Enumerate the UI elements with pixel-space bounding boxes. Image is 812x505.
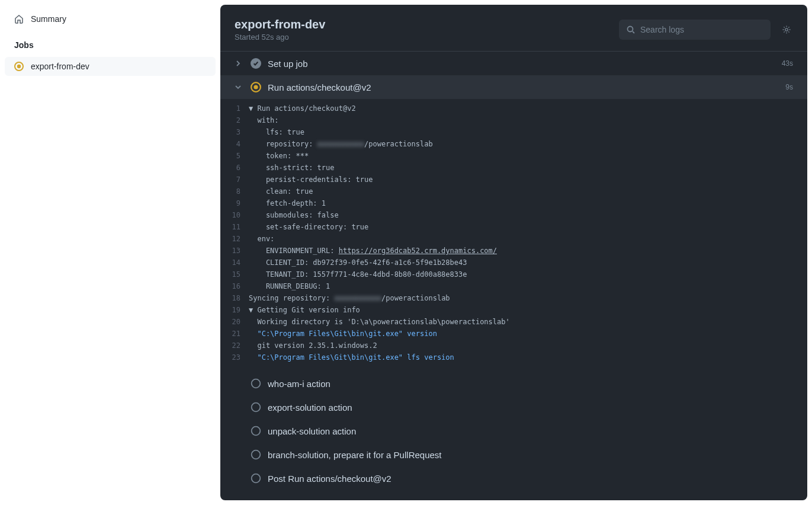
log-line: 12 env:: [220, 233, 807, 245]
svg-point-7: [252, 379, 261, 388]
log-line: 9 fetch-depth: 1: [220, 197, 807, 209]
main-panel: export-from-dev Started 52s ago Set up j…: [220, 5, 807, 500]
step-row[interactable]: Post Run actions/checkout@v2: [220, 466, 807, 490]
log-line: 11 set-safe-directory: true: [220, 221, 807, 233]
log-link[interactable]: https://org36dcab52.crm.dynamics.com/: [339, 247, 497, 255]
log-line: 20 Working directory is 'D:\a\poweractio…: [220, 316, 807, 328]
step-row[interactable]: Run actions/checkout@v29s: [220, 75, 807, 99]
svg-point-10: [252, 450, 261, 459]
status-icon: [250, 57, 262, 69]
main-header: export-from-dev Started 52s ago: [220, 5, 807, 52]
svg-point-9: [252, 427, 261, 436]
status-icon: [250, 401, 262, 413]
step-label: branch-solution, prepare it for a PullRe…: [268, 450, 787, 460]
step-label: Set up job: [268, 59, 776, 69]
sidebar: Summary Jobs export-from-dev: [0, 0, 220, 505]
steps-list: Set up job43sRun actions/checkout@v29s1▼…: [220, 52, 807, 500]
svg-point-8: [252, 403, 261, 412]
step-timing: 9s: [785, 83, 793, 91]
page-title: export-from-dev: [235, 18, 619, 31]
chevron-icon: [235, 84, 244, 91]
svg-point-2: [628, 27, 633, 32]
chevron-icon: [235, 60, 244, 67]
step-label: unpack-solution action: [268, 426, 787, 436]
running-icon: [14, 62, 24, 71]
sidebar-job-item[interactable]: export-from-dev: [5, 57, 216, 76]
gear-icon: [782, 25, 791, 34]
step-row[interactable]: unpack-solution action: [220, 419, 807, 443]
log-line: 19▼ Getting Git version info: [220, 304, 807, 316]
log-output: 1▼ Run actions/checkout@v22 with:3 lfs: …: [220, 99, 807, 372]
status-icon: [250, 472, 262, 484]
svg-point-6: [253, 85, 258, 89]
sidebar-summary-link[interactable]: Summary: [5, 9, 216, 28]
step-label: export-solution action: [268, 402, 787, 413]
status-icon: [250, 449, 262, 461]
status-icon: [250, 378, 262, 389]
log-line: 13 ENVIRONMENT_URL: https://org36dcab52.…: [220, 245, 807, 257]
log-line: 10 submodules: false: [220, 209, 807, 221]
step-timing: 43s: [782, 59, 793, 68]
home-icon: [14, 14, 24, 24]
search-logs-box[interactable]: [619, 20, 771, 40]
sidebar-job-label: export-from-dev: [31, 62, 89, 71]
log-line: 15 TENANT_ID: 1557f771-4c8e-4dbd-8b80-dd…: [220, 269, 807, 280]
step-row[interactable]: who-am-i action: [220, 372, 807, 395]
log-line: 2 with:: [220, 114, 807, 126]
status-icon: [250, 81, 262, 93]
log-line: 14 CLIENT_ID: db972f39-0fe5-42f6-a1c6-5f…: [220, 257, 807, 269]
step-row[interactable]: Set up job43s: [220, 52, 807, 75]
step-row[interactable]: branch-solution, prepare it for a PullRe…: [220, 443, 807, 466]
log-line: 8 clean: true: [220, 186, 807, 197]
page-subtitle: Started 52s ago: [235, 33, 619, 41]
log-line: 21 "C:\Program Files\Git\bin\git.exe" ve…: [220, 328, 807, 340]
log-line: 6 ssh-strict: true: [220, 162, 807, 174]
log-line: 23 "C:\Program Files\Git\bin\git.exe" lf…: [220, 351, 807, 363]
step-label: Post Run actions/checkout@v2: [268, 474, 787, 484]
svg-point-11: [252, 474, 261, 483]
log-line: 3 lfs: true: [220, 126, 807, 138]
log-line: 4 repository: xxxxxxxxxxx/poweractionsla…: [220, 138, 807, 150]
log-line: 7 persist-credentials: true: [220, 174, 807, 186]
status-icon: [250, 425, 262, 437]
log-line: 5 token: ***: [220, 150, 807, 162]
log-line: 22 git version 2.35.1.windows.2: [220, 340, 807, 351]
svg-point-3: [785, 28, 788, 31]
log-line: 18Syncing repository: xxxxxxxxxxx/powera…: [220, 292, 807, 304]
search-input[interactable]: [640, 25, 763, 34]
step-label: who-am-i action: [268, 379, 787, 389]
sidebar-jobs-heading: Jobs: [5, 36, 216, 57]
log-line: 16 RUNNER_DEBUG: 1: [220, 280, 807, 292]
log-line: 1▼ Run actions/checkout@v2: [220, 103, 807, 114]
search-icon: [626, 25, 636, 34]
step-row[interactable]: export-solution action: [220, 395, 807, 419]
step-label: Run actions/checkout@v2: [268, 82, 779, 92]
svg-point-1: [17, 65, 21, 68]
sidebar-summary-label: Summary: [31, 14, 66, 24]
settings-button[interactable]: [780, 23, 793, 36]
